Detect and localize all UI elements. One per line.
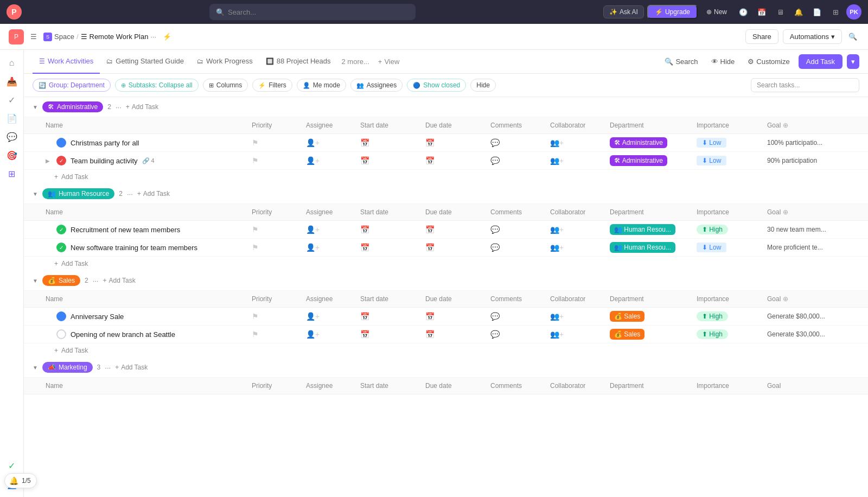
status-recruitment[interactable]: ✓ [56, 225, 66, 234]
comments-recruitment[interactable]: 💬 [490, 225, 550, 234]
start-date-anniversary[interactable]: 📅 [360, 312, 425, 321]
hide-action[interactable]: 👁 Hide [707, 55, 739, 68]
search-bar[interactable]: 🔍 Search... [209, 4, 416, 20]
sidebar-inbox[interactable]: 📥 [3, 73, 21, 90]
comments-branch[interactable]: 💬 [490, 330, 550, 339]
add-task-administrative[interactable]: + Add Task [24, 170, 868, 184]
automations-button[interactable]: Automations ▾ [783, 29, 842, 44]
add-task-dropdown[interactable]: ▾ [847, 54, 859, 69]
upgrade-notification-banner[interactable]: 🔔 1/5 [4, 473, 37, 488]
new-button[interactable]: ⊕ New [701, 6, 732, 18]
marketing-add-task[interactable]: +Add Task [115, 364, 148, 371]
topbar-logo[interactable]: P [7, 4, 22, 20]
due-date-team[interactable]: 📅 [425, 156, 490, 165]
status-anniversary[interactable] [56, 311, 66, 321]
ask-ai-button[interactable]: ✨ Ask AI [603, 5, 644, 18]
doc-icon[interactable]: 📄 [809, 4, 825, 20]
collaborator-team[interactable]: 👥+ [550, 156, 610, 165]
due-date-anniversary[interactable]: 📅 [425, 312, 490, 321]
collaborator-christmas[interactable]: 👥+ [550, 138, 610, 147]
status-branch[interactable] [56, 329, 66, 339]
comments-training[interactable]: 💬 [490, 243, 550, 252]
share-button[interactable]: Share [745, 29, 778, 44]
priority-anniversary[interactable]: ⚑ [252, 312, 306, 321]
priority-branch[interactable]: ⚑ [252, 330, 306, 339]
sidebar-chat[interactable]: 💬 [3, 128, 21, 145]
assignee-christmas[interactable]: 👤+ [306, 138, 360, 147]
assignee-branch[interactable]: 👤+ [306, 330, 360, 339]
priority-recruitment[interactable]: ⚑ [252, 225, 306, 234]
tab-more[interactable]: 2 more... [337, 58, 374, 66]
administrative-menu[interactable]: ··· [116, 103, 122, 111]
collab-branch[interactable]: 👥+ [550, 330, 610, 339]
sidebar-spaces[interactable]: ⊞ [3, 165, 21, 182]
start-date-christmas[interactable]: 📅 [360, 138, 425, 147]
tab-work-activities[interactable]: ☰ Work Activities [33, 50, 100, 74]
due-date-christmas[interactable]: 📅 [425, 138, 490, 147]
bell-icon[interactable]: 🔔 [791, 4, 806, 20]
assignee-training[interactable]: 👤+ [306, 243, 360, 252]
tab-getting-started[interactable]: 🗂 Getting Started Guide [100, 50, 190, 74]
sales-menu[interactable]: ··· [93, 277, 99, 285]
assignee-anniversary[interactable]: 👤+ [306, 312, 360, 321]
screen-icon[interactable]: 🖥 [773, 4, 788, 20]
tab-project-heads[interactable]: 🔲 88 Project Heads [259, 50, 337, 74]
breadcrumb-more[interactable]: ··· [150, 33, 156, 41]
start-date-team[interactable]: 📅 [360, 156, 425, 165]
hide-filter[interactable]: Hide [470, 79, 496, 92]
status-icon-christmas[interactable] [56, 138, 66, 148]
search-tasks-input[interactable]: Search tasks... [751, 78, 859, 92]
group-filter[interactable]: 🔄 Group: Department [33, 79, 111, 92]
comments-anniversary[interactable]: 💬 [490, 312, 550, 321]
search-button-top[interactable]: 🔍 [846, 30, 859, 43]
group-marketing-collapse[interactable]: ▼ [33, 365, 38, 371]
home-icon[interactable]: P [9, 29, 24, 44]
assignees-filter[interactable]: 👥 Assignees [350, 79, 403, 92]
sidebar-tasks[interactable]: ✓ [3, 91, 21, 109]
grid-icon[interactable]: ⊞ [828, 4, 843, 20]
upgrade-button[interactable]: ⚡ Upgrade [647, 5, 698, 19]
administrative-add-task[interactable]: + Add Task [126, 103, 158, 111]
start-date-branch[interactable]: 📅 [360, 330, 425, 339]
subtasks-filter[interactable]: ⊕ Subtasks: Collapse all [115, 79, 199, 92]
sidebar-toggle[interactable]: ☰ [28, 30, 39, 43]
clock-icon[interactable]: 🕐 [736, 4, 751, 20]
assignee-team[interactable]: 👤+ [306, 156, 360, 165]
sidebar-docs[interactable]: 📄 [3, 110, 21, 127]
group-sales-collapse[interactable]: ▼ [33, 278, 38, 284]
search-action[interactable]: 🔍 Search [660, 55, 702, 68]
task-expand-team[interactable]: ▶ [46, 158, 52, 164]
calendar-icon[interactable]: 📅 [754, 4, 769, 20]
filter-icon[interactable]: ⚡ [163, 33, 171, 41]
sales-add-task[interactable]: +Add Task [103, 277, 135, 284]
assignee-recruitment[interactable]: 👤+ [306, 225, 360, 234]
collab-anniversary[interactable]: 👥+ [550, 312, 610, 321]
collab-training[interactable]: 👥+ [550, 243, 610, 252]
comments-team[interactable]: 💬 [490, 156, 550, 165]
due-date-training[interactable]: 📅 [425, 243, 490, 252]
space-link[interactable]: S Space [43, 33, 74, 41]
priority-christmas[interactable]: ⚑ [252, 138, 306, 147]
comments-christmas[interactable]: 💬 [490, 138, 550, 147]
marketing-menu[interactable]: ··· [105, 364, 111, 372]
sidebar-home[interactable]: ⌂ [3, 54, 21, 72]
collab-recruitment[interactable]: 👥+ [550, 225, 610, 234]
priority-training[interactable]: ⚑ [252, 243, 306, 252]
group-hr-collapse[interactable]: ▼ [33, 191, 38, 197]
avatar[interactable]: PK [846, 4, 861, 20]
add-task-button[interactable]: Add Task [799, 54, 843, 69]
group-administrative-collapse[interactable]: ▼ [33, 104, 38, 110]
sidebar-check-icon[interactable]: ✓ [3, 457, 21, 474]
start-date-recruitment[interactable]: 📅 [360, 225, 425, 234]
due-date-branch[interactable]: 📅 [425, 330, 490, 339]
status-training[interactable]: ✓ [56, 243, 66, 252]
hr-menu[interactable]: ··· [127, 190, 133, 198]
start-date-training[interactable]: 📅 [360, 243, 425, 252]
columns-filter[interactable]: ⊞ Columns [203, 79, 248, 92]
status-icon-team[interactable]: ✓ [56, 156, 66, 165]
add-task-hr[interactable]: +Add Task [24, 257, 868, 271]
customize-action[interactable]: ⚙ Customize [743, 55, 794, 68]
due-date-recruitment[interactable]: 📅 [425, 225, 490, 234]
show-closed-filter[interactable]: 🔵 Show closed [407, 79, 466, 92]
add-task-sales[interactable]: +Add Task [24, 343, 868, 358]
